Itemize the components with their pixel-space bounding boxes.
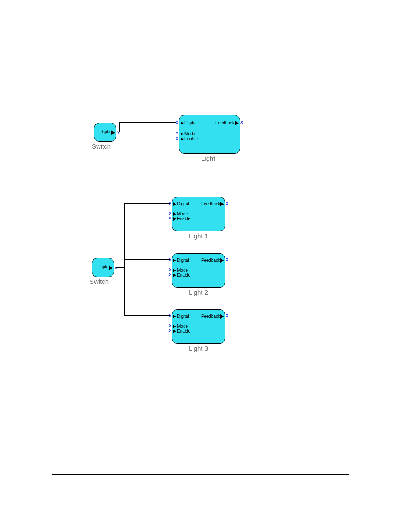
arrow-icon bbox=[173, 325, 176, 328]
light2-label: Light 2 bbox=[189, 289, 208, 296]
wire bbox=[124, 259, 170, 260]
light-enable-label: Enable bbox=[184, 137, 198, 141]
light2-digital-label: Digital bbox=[177, 258, 189, 263]
light1-block[interactable]: Digital Mode Enable Feedback bbox=[172, 197, 225, 231]
switch-port-label: Digital bbox=[100, 129, 112, 134]
wire bbox=[124, 315, 170, 316]
page-divider bbox=[52, 474, 349, 475]
diagram-canvas: Digital x Switch Digital Mode Enable Fee… bbox=[0, 0, 411, 532]
port-terminator-icon: x bbox=[169, 271, 171, 277]
arrow-icon bbox=[173, 259, 176, 262]
light-block[interactable]: Digital Mode Enable Feedback bbox=[179, 115, 240, 154]
arrow-icon bbox=[173, 315, 176, 318]
arrow-icon bbox=[220, 202, 224, 206]
light-out-arrow-icon bbox=[235, 121, 239, 125]
light3-digital-label: Digital bbox=[177, 314, 189, 319]
switch-block-2[interactable]: Digital bbox=[92, 258, 114, 277]
arrow-icon bbox=[173, 330, 176, 333]
light2-enable-label: Enable bbox=[177, 273, 190, 277]
light3-label: Light 3 bbox=[189, 345, 208, 352]
light-in1-arrow-icon bbox=[181, 121, 184, 125]
light2-mode-label: Mode bbox=[177, 268, 188, 273]
light1-label: Light 1 bbox=[189, 232, 208, 240]
switch-out-arrow-icon bbox=[111, 131, 115, 135]
light-mode-label: Mode bbox=[184, 131, 195, 136]
light1-mode-label: Mode bbox=[177, 212, 188, 216]
arrow-icon bbox=[173, 202, 176, 206]
port-terminator-icon: x bbox=[169, 200, 171, 205]
wire bbox=[124, 259, 125, 268]
arrow-icon bbox=[173, 217, 176, 221]
arrow-icon bbox=[220, 314, 224, 319]
arrow-icon bbox=[173, 212, 176, 216]
switch2-out-arrow-icon bbox=[109, 266, 113, 270]
port-terminator-icon: x bbox=[169, 327, 171, 333]
light1-feedback-label: Feedback bbox=[201, 202, 220, 206]
port-terminator-icon: x bbox=[240, 119, 243, 124]
port-terminator-icon: x bbox=[226, 200, 228, 205]
light-in3-arrow-icon bbox=[181, 137, 184, 141]
port-terminator-icon: x bbox=[226, 313, 228, 318]
arrow-icon bbox=[173, 274, 176, 277]
arrow-icon bbox=[220, 258, 224, 263]
light-digital-label: Digital bbox=[184, 121, 196, 125]
wire bbox=[124, 203, 170, 204]
light3-mode-label: Mode bbox=[177, 324, 188, 329]
light1-enable-label: Enable bbox=[177, 216, 190, 221]
light-label: Light bbox=[201, 155, 215, 162]
light2-feedback-label: Feedback bbox=[201, 258, 220, 263]
port-terminator-icon: x bbox=[176, 130, 178, 135]
wire bbox=[119, 122, 120, 132]
light3-block[interactable]: Digital Mode Enable Feedback bbox=[172, 309, 225, 344]
wire bbox=[119, 122, 176, 123]
light2-block[interactable]: Digital Mode Enable Feedback bbox=[172, 253, 225, 288]
switch2-label: Switch bbox=[90, 278, 109, 285]
light-in2-arrow-icon bbox=[181, 132, 184, 136]
light3-enable-label: Enable bbox=[177, 329, 190, 333]
port-terminator-icon: x bbox=[226, 257, 228, 262]
port-terminator-icon: x bbox=[176, 135, 178, 140]
arrow-icon bbox=[173, 269, 176, 272]
switch-label: Switch bbox=[92, 143, 111, 150]
light3-feedback-label: Feedback bbox=[201, 314, 220, 319]
port-terminator-icon: x bbox=[169, 215, 171, 220]
light-feedback-label: Feedback bbox=[215, 121, 234, 125]
switch-block[interactable]: Digital bbox=[94, 123, 116, 142]
light1-digital-label: Digital bbox=[177, 202, 189, 206]
switch2-port-label: Digital bbox=[97, 264, 109, 269]
wire bbox=[116, 267, 125, 268]
